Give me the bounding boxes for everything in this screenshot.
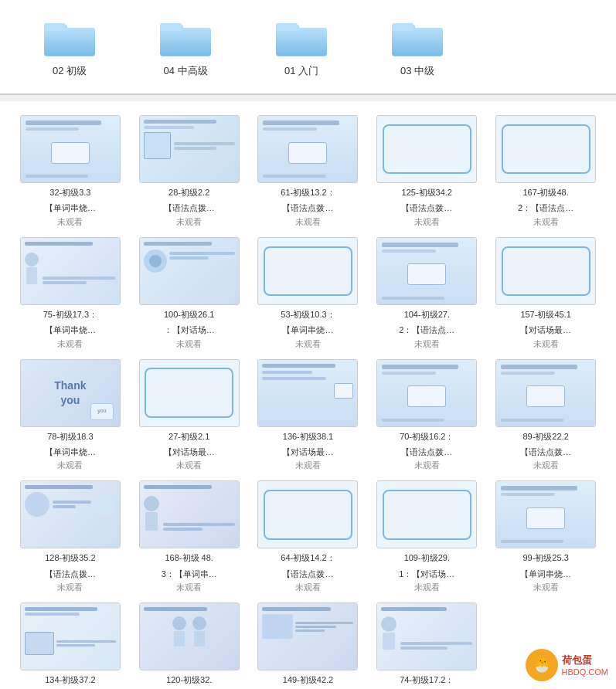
- video-title: 128-初级35.2: [20, 552, 121, 564]
- folder-grid: 02 初级 04 中高级: [15, 15, 593, 78]
- video-title: 167-初级48.: [495, 187, 596, 199]
- video-item[interactable]: 100-初级26.1：【对话场…未观看: [133, 237, 246, 350]
- video-subtitle: 3：【单词串…: [139, 569, 240, 580]
- video-item[interactable]: 136-初级38.1【对话场最…未观看: [252, 359, 365, 472]
- video-grid: 32-初级3.3【单词串烧…未观看 28-初级2.2【语法点拨…未观看: [8, 109, 608, 689]
- video-subtitle: 【对话场最…: [139, 446, 240, 458]
- folder-item-folder-3[interactable]: 01 入门: [263, 15, 340, 78]
- video-status: 未观看: [414, 582, 440, 593]
- video-status: 未观看: [295, 338, 321, 350]
- video-status: 未观看: [176, 582, 202, 593]
- folder-item-folder-2[interactable]: 04 中高级: [147, 15, 224, 78]
- folder-label: 04 中高级: [163, 64, 207, 78]
- video-title: 136-初级38.1: [257, 431, 358, 443]
- video-status: 未观看: [176, 338, 202, 350]
- video-subtitle: 【语法点拨…: [257, 569, 358, 580]
- svg-rect-2: [44, 28, 95, 56]
- video-item[interactable]: 64-初级14.2：【语法点拨…未观看: [252, 480, 365, 593]
- video-title: 89-初级22.2: [495, 431, 596, 443]
- video-item[interactable]: 61-初级13.2：【语法点拨…未观看: [252, 115, 365, 228]
- video-title: 53-初级10.3：: [257, 309, 358, 321]
- video-status: 未观看: [295, 216, 321, 228]
- video-thumbnail: [257, 480, 358, 548]
- video-title: 32-初级3.3: [20, 187, 121, 199]
- video-subtitle: 2：【语法点…: [376, 324, 477, 336]
- video-item[interactable]: 167-初级48.2：【语法点…未观看: [489, 115, 602, 228]
- video-item[interactable]: 120-初级32.: [133, 602, 246, 686]
- video-item[interactable]: 32-初级3.3【单词串烧…未观看: [14, 115, 127, 228]
- video-thumbnail: [495, 115, 596, 183]
- folder-label: 02 初级: [53, 64, 87, 78]
- video-status: 未观看: [176, 460, 202, 471]
- video-title: 125-初级34.2: [376, 187, 477, 199]
- svg-rect-15: [392, 23, 414, 31]
- video-status: 未观看: [57, 582, 83, 593]
- video-thumbnail: [139, 237, 240, 305]
- video-status: 未观看: [533, 582, 559, 593]
- outline-box: [264, 490, 352, 540]
- video-thumbnail: [20, 602, 121, 670]
- video-item[interactable]: 104-初级27.2：【语法点…未观看: [370, 237, 483, 350]
- video-subtitle: 【单词串烧…: [20, 324, 121, 336]
- video-item[interactable]: 70-初级16.2：【语法点拨…未观看: [370, 359, 483, 472]
- video-status: 未观看: [57, 216, 83, 228]
- outline-box: [145, 368, 233, 418]
- video-subtitle: 【单词串烧…: [257, 324, 358, 336]
- video-thumbnail: Thankyou you: [20, 359, 121, 427]
- folder-item-folder-4[interactable]: 03 中级: [379, 15, 456, 78]
- video-item[interactable]: 157-初级45.1【对话场最…未观看: [489, 237, 602, 350]
- folder-item-folder-1[interactable]: 02 初级: [31, 15, 108, 78]
- video-status: 未观看: [295, 460, 321, 471]
- video-section: 32-初级3.3【单词串烧…未观看 28-初级2.2【语法点拨…未观看: [0, 101, 616, 689]
- video-thumbnail: [257, 359, 358, 427]
- video-item[interactable]: 74-初级17.2：: [370, 602, 483, 686]
- video-item[interactable]: 168-初级 48.3：【单词串…未观看: [133, 480, 246, 593]
- video-thumbnail: [139, 602, 240, 670]
- svg-rect-10: [276, 28, 327, 56]
- video-item[interactable]: 125-初级34.2【语法点拨…未观看: [370, 115, 483, 228]
- folder-icon: [274, 15, 328, 58]
- video-item[interactable]: 149-初级42.2: [252, 602, 365, 686]
- outline-box: [383, 124, 471, 175]
- svg-rect-7: [160, 23, 182, 31]
- video-title: 64-初级14.2：: [257, 552, 358, 564]
- video-subtitle: 【语法点拨…: [376, 202, 477, 214]
- video-item[interactable]: 99-初级25.3【单词串烧…未观看: [489, 480, 602, 593]
- video-item[interactable]: 134-初级37.2: [14, 602, 127, 686]
- video-thumbnail: [376, 359, 477, 427]
- video-thumbnail: [257, 115, 358, 183]
- video-thumbnail: [139, 359, 240, 427]
- video-subtitle: ：【对话场…: [139, 324, 240, 336]
- video-subtitle: 【语法点拨…: [139, 202, 240, 214]
- video-subtitle: 【单词串烧…: [20, 446, 121, 458]
- watermark-icon: 🐣: [526, 649, 558, 681]
- video-item[interactable]: 27-初级2.1【对话场最…未观看: [133, 359, 246, 472]
- video-thumbnail: [257, 237, 358, 305]
- video-title: 28-初级2.2: [139, 187, 240, 199]
- video-status: 未观看: [533, 216, 559, 228]
- outline-box: [383, 490, 471, 540]
- watermark-url: HBDQ.COM: [562, 667, 609, 677]
- video-status: 未观看: [57, 460, 83, 471]
- video-item[interactable]: 89-初级22.2【语法点拨…未观看: [489, 359, 602, 472]
- video-item[interactable]: 28-初级2.2【语法点拨…未观看: [133, 115, 246, 228]
- outline-box: [502, 124, 590, 175]
- video-title: 27-初级2.1: [139, 431, 240, 443]
- video-status: 未观看: [176, 216, 202, 228]
- video-subtitle: 2：【语法点…: [495, 202, 596, 214]
- video-thumbnail: [376, 480, 477, 548]
- video-thumbnail: [495, 359, 596, 427]
- video-subtitle: 【对话场最…: [495, 324, 596, 336]
- video-item[interactable]: 109-初级29.1：【对话场…未观看: [370, 480, 483, 593]
- video-status: 未观看: [533, 460, 559, 471]
- video-title: 99-初级25.3: [495, 552, 596, 564]
- video-subtitle: 【单词串烧…: [495, 569, 596, 580]
- video-item[interactable]: 128-初级35.2【语法点拨…未观看: [14, 480, 127, 593]
- video-thumbnail: [376, 115, 477, 183]
- video-subtitle: 【语法点拨…: [495, 446, 596, 458]
- video-item[interactable]: 53-初级10.3：【单词串烧…未观看: [252, 237, 365, 350]
- video-title: 120-初级32.: [139, 674, 240, 686]
- video-status: 未观看: [295, 582, 321, 593]
- video-item[interactable]: Thankyou you 78-初级18.3【单词串烧…未观看: [14, 359, 127, 472]
- video-item[interactable]: 75-初级17.3：【单词串烧…未观看: [14, 237, 127, 350]
